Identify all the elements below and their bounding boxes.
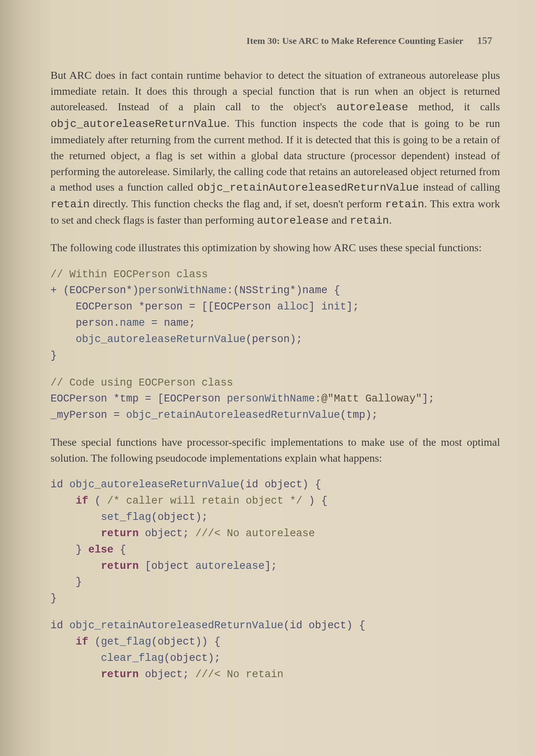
code-keyword: return bbox=[101, 560, 139, 572]
code-method: alloc bbox=[277, 301, 308, 313]
code-text: } bbox=[51, 544, 88, 556]
inline-code: retain bbox=[350, 215, 389, 227]
code-text bbox=[51, 495, 76, 507]
code-text: ]; bbox=[347, 301, 359, 313]
code-text: (id object) { bbox=[284, 620, 366, 631]
code-text: (tmp); bbox=[340, 409, 378, 421]
paragraph-3: These special functions have processor-s… bbox=[51, 434, 500, 466]
code-text: } bbox=[51, 593, 57, 604]
code-text: object; bbox=[139, 669, 195, 680]
code-comment: // Within EOCPerson class bbox=[51, 269, 208, 280]
code-func: objc_retainAutoreleasedReturnValue bbox=[70, 620, 284, 631]
code-method: personWithName: bbox=[139, 285, 233, 296]
code-text bbox=[51, 511, 101, 523]
code-keyword: else bbox=[88, 544, 113, 556]
code-keyword: return bbox=[101, 669, 139, 680]
inline-code: retain bbox=[385, 198, 424, 210]
code-text: + (EOCPerson*) bbox=[51, 285, 139, 296]
code-text: object; bbox=[139, 528, 195, 539]
code-string: @"Matt Galloway" bbox=[321, 393, 422, 405]
text: method, it calls bbox=[408, 101, 500, 113]
code-method: init bbox=[321, 301, 347, 313]
text: and bbox=[329, 214, 350, 226]
code-prop: name bbox=[120, 317, 145, 329]
code-text bbox=[51, 334, 76, 345]
header-title: Item 30: Use ARC to Make Reference Count… bbox=[246, 36, 463, 46]
code-block-3: id objc_autoreleaseReturnValue(id object… bbox=[51, 477, 500, 607]
code-method: autorelease bbox=[195, 560, 265, 572]
code-text: id bbox=[51, 620, 70, 631]
code-text: person. bbox=[51, 317, 120, 329]
code-func: set_flag bbox=[101, 511, 152, 523]
code-text: (id object) { bbox=[239, 479, 321, 490]
code-func: objc_autoreleaseReturnValue bbox=[76, 334, 246, 345]
code-text: (object)) { bbox=[151, 636, 220, 648]
code-func: objc_retainAutoreleasedReturnValue bbox=[126, 409, 340, 421]
code-text: EOCPerson *tmp = [EOCPerson bbox=[51, 393, 227, 405]
code-text bbox=[51, 669, 101, 680]
inline-code: autorelease bbox=[336, 101, 408, 113]
code-keyword: if bbox=[76, 636, 88, 648]
code-text: ) { bbox=[302, 495, 328, 507]
page-header: Item 30: Use ARC to Make Reference Count… bbox=[51, 35, 500, 47]
code-text: EOCPerson *person = [[EOCPerson bbox=[51, 301, 277, 313]
paragraph-2: The following code illustrates this opti… bbox=[51, 240, 500, 256]
code-text: ]; bbox=[265, 560, 277, 572]
code-keyword: return bbox=[101, 528, 139, 539]
code-comment: ///< No retain bbox=[195, 669, 284, 680]
inline-code: autorelease bbox=[257, 215, 329, 227]
code-block-1: // Within EOCPerson class + (EOCPerson*)… bbox=[51, 267, 500, 364]
inline-code: retain bbox=[51, 198, 90, 210]
text: directly. This function checks the flag … bbox=[90, 198, 385, 210]
code-block-4: id objc_retainAutoreleasedReturnValue(id… bbox=[51, 618, 500, 683]
inline-code: objc_autoreleaseReturnValue bbox=[51, 118, 227, 130]
code-text: (object); bbox=[164, 652, 221, 664]
code-text: (NSString*)name { bbox=[233, 285, 340, 296]
code-comment: ///< No autorelease bbox=[195, 528, 315, 539]
code-text: _myPerson = bbox=[51, 409, 126, 421]
code-method: personWithName: bbox=[227, 393, 321, 405]
code-text: (person); bbox=[246, 334, 302, 345]
code-text: { bbox=[113, 544, 126, 556]
code-func: objc_autoreleaseReturnValue bbox=[70, 479, 239, 490]
code-comment: /* caller will retain object */ bbox=[107, 495, 302, 507]
code-keyword: if bbox=[76, 495, 88, 507]
paragraph-1: But ARC does in fact contain runtime beh… bbox=[51, 68, 500, 229]
code-text bbox=[51, 636, 76, 648]
book-page: Item 30: Use ARC to Make Reference Count… bbox=[0, 0, 535, 756]
code-block-2: // Code using EOCPerson class EOCPerson … bbox=[51, 375, 500, 424]
code-text bbox=[51, 652, 101, 664]
code-text: ( bbox=[88, 636, 101, 648]
code-text bbox=[51, 560, 101, 572]
code-func: clear_flag bbox=[101, 652, 164, 664]
code-text bbox=[51, 528, 101, 539]
code-text: [object bbox=[139, 560, 195, 572]
code-text: } bbox=[51, 350, 57, 361]
code-text: ] bbox=[308, 301, 321, 313]
code-text: ( bbox=[88, 495, 107, 507]
code-text: = name; bbox=[145, 317, 195, 329]
code-text: id bbox=[51, 479, 70, 490]
code-comment: // Code using EOCPerson class bbox=[51, 377, 233, 389]
text: . bbox=[389, 214, 392, 226]
code-text: } bbox=[51, 576, 82, 588]
inline-code: objc_retainAutoreleasedReturnValue bbox=[197, 182, 419, 194]
code-text: (object); bbox=[151, 511, 208, 523]
text: instead of calling bbox=[419, 181, 500, 193]
page-number: 157 bbox=[477, 35, 492, 46]
code-func: get_flag bbox=[101, 636, 152, 648]
code-text: ]; bbox=[422, 393, 434, 405]
